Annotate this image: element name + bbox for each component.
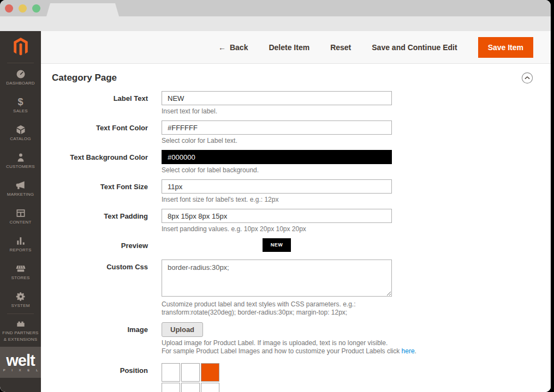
sidebar-item-label: SALES — [13, 108, 28, 114]
font-size-input[interactable] — [162, 179, 392, 194]
sidebar-item-marketing[interactable]: MARKETING — [0, 174, 41, 202]
sidebar-item-catalog[interactable]: CATALOG — [0, 119, 41, 147]
page-actions-toolbar: ← Back Delete Item Reset Save and Contin… — [41, 31, 551, 64]
sidebar-item-customers[interactable]: CUSTOMERS — [0, 147, 41, 174]
text-padding-input[interactable] — [162, 209, 392, 223]
sidebar-item-system[interactable]: SYSTEM — [0, 286, 41, 313]
text-padding-row: Text Padding Insert pandding values. e.g… — [52, 209, 534, 233]
font-color-note: Select color for Label text. — [162, 137, 392, 145]
sidebar-item-label: CUSTOMERS — [6, 164, 35, 170]
desktop-background: DASHBOARD $ SALES CATALOG CUSTOMERS — [0, 0, 554, 392]
sidebar-item-label: FIND PARTNERS — [2, 330, 38, 336]
sidebar-item-find-partners[interactable]: FIND PARTNERS & EXTENSIONS — [0, 316, 41, 345]
delete-item-button[interactable]: Delete Item — [269, 43, 309, 52]
image-note-line2-suffix: . — [415, 347, 416, 355]
position-cell-middle-center[interactable] — [181, 383, 200, 392]
image-note-line1: Upload image for Product Label. If image… — [162, 339, 511, 347]
back-button[interactable]: ← Back — [218, 43, 248, 52]
sidebar-divider — [7, 313, 34, 314]
image-field-label: Image — [52, 322, 162, 355]
weltpixel-logo-subtext: P I X E L — [3, 369, 41, 372]
category-page-section: Category Page Label Text Insert text for… — [41, 64, 551, 392]
label-preview-badge: NEW — [263, 238, 291, 252]
admin-sidebar: DASHBOARD $ SALES CATALOG CUSTOMERS — [0, 31, 41, 392]
browser-tab[interactable] — [46, 3, 119, 16]
sidebar-item-dashboard[interactable]: DASHBOARD — [0, 63, 41, 91]
label-text-input[interactable] — [162, 91, 392, 105]
collapse-section-button[interactable] — [521, 72, 533, 84]
background-color-field-label: Text Background Color — [52, 150, 162, 174]
sidebar-item-label: REPORTS — [10, 248, 32, 253]
sidebar-item-label: STORES — [11, 275, 30, 281]
label-text-row: Label Text Insert text for label. — [52, 91, 534, 116]
position-field-label: Position — [52, 363, 162, 392]
weltpixel-logo[interactable]: welt P I X E L — [0, 347, 41, 378]
sidebar-item-label: SYSTEM — [11, 303, 29, 309]
font-color-row: Text Font Color Select color for Label t… — [52, 120, 534, 145]
position-cell-middle-left[interactable] — [162, 383, 180, 392]
background-color-input[interactable] — [162, 150, 392, 164]
sidebar-item-reports[interactable]: REPORTS — [0, 230, 41, 258]
megaphone-icon — [15, 180, 26, 191]
sidebar-item-stores[interactable]: STORES — [0, 258, 41, 286]
back-arrow-icon: ← — [218, 43, 226, 52]
magento-logo-icon[interactable] — [0, 31, 41, 63]
font-color-field-label: Text Font Color — [52, 120, 162, 145]
custom-css-textarea[interactable]: border-radius:30px; — [162, 260, 392, 297]
gear-icon — [15, 291, 26, 302]
browser-toolbar — [0, 16, 551, 31]
position-row: Position — [52, 363, 534, 392]
image-note-line2-text: For sample Product Label Images and how … — [162, 347, 402, 355]
back-button-label: Back — [230, 43, 248, 52]
image-row: Image Upload Upload image for Product La… — [52, 322, 534, 355]
sidebar-item-label: CONTENT — [9, 220, 31, 225]
sidebar-item-label: DASHBOARD — [6, 81, 34, 86]
font-size-row: Text Font Size Insert font size for labe… — [52, 179, 534, 204]
save-and-continue-button[interactable]: Save and Continue Edit — [372, 43, 457, 52]
bar-chart-icon — [15, 236, 26, 246]
person-icon — [15, 152, 26, 163]
sidebar-item-label: & EXTENSIONS — [4, 337, 38, 342]
position-cell-top-right[interactable] — [201, 363, 219, 382]
background-color-row: Text Background Color Select color for l… — [52, 150, 534, 174]
storefront-icon — [15, 263, 26, 274]
minimize-window-button[interactable] — [19, 4, 27, 13]
maximize-window-button[interactable] — [32, 4, 40, 13]
position-cell-middle-right[interactable] — [201, 383, 219, 392]
browser-window: DASHBOARD $ SALES CATALOG CUSTOMERS — [0, 0, 551, 392]
custom-css-field-label: Custom Css — [52, 260, 162, 317]
dashboard-icon — [15, 69, 26, 80]
save-item-button[interactable]: Save Item — [478, 37, 533, 58]
preview-row: Preview NEW — [52, 238, 534, 252]
section-title: Category Page — [52, 73, 117, 83]
position-grid — [162, 363, 392, 392]
preview-field-label: Preview — [52, 238, 162, 252]
text-padding-note: Insert pandding values. e.g. 10px 20px 1… — [162, 225, 392, 233]
label-text-note: Insert text for label. — [162, 107, 392, 116]
position-cell-top-left[interactable] — [162, 363, 180, 382]
background-color-note: Select color for label background. — [162, 166, 392, 174]
label-text-field-label: Label Text — [52, 91, 162, 116]
cube-icon — [15, 124, 26, 135]
upload-button[interactable]: Upload — [162, 322, 203, 337]
weltpixel-logo-text: welt — [6, 353, 34, 368]
sidebar-item-content[interactable]: CONTENT — [0, 202, 41, 230]
lego-brick-icon — [15, 318, 26, 329]
here-link[interactable]: here — [402, 347, 415, 355]
text-padding-field-label: Text Padding — [52, 209, 162, 233]
custom-css-note-line2: transform:rotate(320deg); border-radius:… — [162, 309, 392, 317]
sidebar-item-sales[interactable]: $ SALES — [0, 91, 41, 119]
sidebar-item-label: CATALOG — [10, 136, 31, 142]
sidebar-item-label: MARKETING — [7, 192, 34, 197]
close-window-button[interactable] — [5, 4, 13, 13]
dollar-icon: $ — [15, 97, 26, 107]
custom-css-row: Custom Css border-radius:30px; Customize… — [52, 260, 534, 317]
position-cell-top-center[interactable] — [181, 363, 200, 382]
layout-icon — [15, 208, 26, 219]
font-size-note: Insert font size for label's text. e.g.:… — [162, 196, 392, 204]
font-size-field-label: Text Font Size — [52, 179, 162, 204]
custom-css-note-line1: Customize product label and text styles … — [162, 300, 392, 309]
font-color-input[interactable] — [162, 120, 392, 135]
image-note-line2: For sample Product Label Images and how … — [162, 347, 511, 355]
reset-button[interactable]: Reset — [330, 43, 351, 52]
